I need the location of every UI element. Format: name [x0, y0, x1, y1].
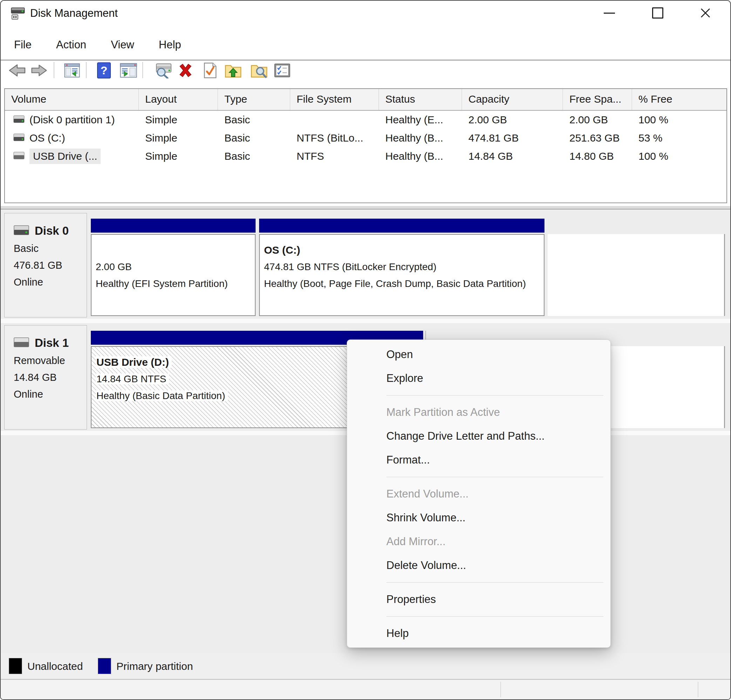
menu-item-mark-partition-active: Mark Partition as Active: [347, 400, 611, 424]
partition-status: Healthy (EFI System Partition): [96, 275, 251, 292]
col-layout[interactable]: Layout: [139, 89, 218, 110]
menu-separator: [386, 616, 603, 617]
menu-item-shrink-volume[interactable]: Shrink Volume...: [347, 506, 611, 530]
maximize-button[interactable]: [641, 1, 674, 25]
disk1-name: Disk 1: [35, 336, 69, 350]
legend-label-unallocated: Unallocated: [27, 653, 83, 679]
status-cell: Healthy (E...: [379, 111, 462, 129]
maximize-icon: [652, 7, 663, 19]
free-space-cell: 14.80 GB: [563, 147, 632, 165]
pct-free-cell: 100 %: [632, 147, 727, 165]
volume-name: (Disk 0 partition 1): [29, 113, 114, 127]
table-row[interactable]: OS (C:) Simple Basic NTFS (BitLo... Heal…: [5, 129, 727, 147]
disk1-type: Removable: [14, 352, 87, 369]
disk1-panel[interactable]: Disk 1 Removable 14.84 GB Online: [4, 325, 87, 429]
volume-name-cell: (Disk 0 partition 1): [5, 111, 139, 129]
forward-icon[interactable]: [30, 62, 48, 79]
disk-management-window: Disk Management File Action View Help: [0, 0, 731, 700]
help-icon[interactable]: ?: [97, 62, 111, 79]
partition-label: OS (C:): [264, 242, 540, 259]
disk0-partition2-header: [259, 219, 545, 233]
menu-item-delete-volume[interactable]: Delete Volume...: [347, 554, 611, 577]
pct-free-cell: 53 %: [632, 129, 727, 147]
disk0-partition2[interactable]: OS (C:) 474.81 GB NTFS (BitLocker Encryp…: [259, 234, 545, 316]
disk0-size: 476.81 GB: [14, 257, 87, 274]
col-free-space[interactable]: Free Spa...: [563, 89, 632, 110]
disk0-name: Disk 0: [35, 224, 69, 237]
col-volume[interactable]: Volume: [5, 89, 139, 110]
context-menu: Open Explore Mark Partition as Active Ch…: [347, 340, 611, 648]
properties-list-icon[interactable]: [274, 62, 290, 79]
pct-free-cell: 100 %: [632, 111, 727, 129]
splitter[interactable]: [1, 203, 730, 206]
volume-name-cell: USB Drive (...: [5, 147, 139, 165]
status-cell: Healthy (B...: [379, 147, 462, 165]
menu-item-properties[interactable]: Properties: [347, 587, 611, 611]
disk0-icon: [14, 225, 29, 237]
col-file-system[interactable]: File System: [290, 89, 379, 110]
toolbar: ?: [1, 61, 730, 80]
explore-folder-icon[interactable]: [250, 62, 268, 79]
disk0-panel[interactable]: Disk 0 Basic 476.81 GB Online: [4, 213, 87, 318]
legend-bar: Unallocated Primary partition: [1, 653, 730, 679]
hard-disk-icon: [13, 111, 25, 129]
table-row[interactable]: (Disk 0 partition 1) Simple Basic Health…: [5, 111, 727, 129]
menu-file[interactable]: File: [6, 34, 40, 56]
status-bar-separator: [698, 682, 699, 697]
close-button[interactable]: [689, 1, 722, 25]
file-system-cell: NTFS: [290, 147, 379, 165]
status-cell: Healthy (B...: [379, 129, 462, 147]
unallocated-swatch: [9, 658, 22, 674]
minimize-icon: [604, 13, 615, 14]
type-cell: Basic: [218, 111, 290, 129]
disk-row-gap: [1, 319, 730, 323]
layout-cell: Simple: [139, 111, 218, 129]
menu-view[interactable]: View: [102, 34, 143, 56]
partition-status: Healthy (Boot, Page File, Crash Dump, Ba…: [264, 275, 540, 292]
menu-item-change-drive-letter[interactable]: Change Drive Letter and Paths...: [347, 424, 611, 448]
disk0-partition1[interactable]: 2.00 GB Healthy (EFI System Partition): [91, 234, 255, 316]
menu-item-help[interactable]: Help: [347, 621, 611, 645]
back-icon[interactable]: [7, 62, 27, 79]
usb-disk-icon: [13, 147, 25, 165]
menu-item-format[interactable]: Format...: [347, 448, 611, 472]
disk1-status: Online: [14, 386, 87, 403]
volume-list: Volume Layout Type File System Status Ca…: [4, 88, 727, 203]
check-file-system-icon[interactable]: [203, 62, 217, 79]
col-status[interactable]: Status: [379, 89, 462, 110]
show-console-tree-icon[interactable]: [64, 62, 80, 79]
type-cell: Basic: [218, 129, 290, 147]
hard-disk-icon: [13, 129, 25, 147]
table-row-selected[interactable]: USB Drive (... Simple Basic NTFS Healthy…: [5, 147, 727, 165]
menu-separator: [386, 477, 603, 477]
status-bar-separator: [500, 682, 501, 697]
show-action-pane-icon[interactable]: [120, 62, 137, 79]
menu-bar: File Action View Help: [1, 30, 730, 60]
capacity-cell: 14.84 GB: [462, 147, 563, 165]
menu-action[interactable]: Action: [48, 34, 95, 56]
col-capacity[interactable]: Capacity: [462, 89, 563, 110]
type-cell: Basic: [218, 147, 290, 165]
menu-item-explore[interactable]: Explore: [347, 366, 611, 390]
open-folder-icon[interactable]: [225, 62, 242, 79]
minimize-button[interactable]: [593, 1, 625, 25]
col-type[interactable]: Type: [218, 89, 290, 110]
disk0-status: Online: [14, 274, 87, 290]
capacity-cell: 2.00 GB: [462, 111, 563, 129]
delete-volume-icon[interactable]: [176, 62, 195, 79]
toolbar-separator: [54, 62, 54, 78]
rescan-disks-icon[interactable]: [154, 62, 173, 79]
menu-item-open[interactable]: Open: [347, 343, 611, 366]
layout-cell: Simple: [139, 129, 218, 147]
menu-help[interactable]: Help: [150, 34, 190, 56]
splitter-bar[interactable]: [1, 206, 730, 209]
col-pct-free[interactable]: % Free: [632, 89, 727, 110]
menu-item-add-mirror: Add Mirror...: [347, 530, 611, 554]
volume-name-cell: OS (C:): [5, 129, 139, 147]
menu-item-extend-volume: Extend Volume...: [347, 482, 611, 506]
volume-name: OS (C:): [29, 131, 65, 145]
window-title: Disk Management: [30, 1, 118, 26]
free-space-cell: 251.63 GB: [563, 129, 632, 147]
toolbar-separator: [142, 62, 143, 78]
partition-size: 2.00 GB: [96, 259, 251, 275]
